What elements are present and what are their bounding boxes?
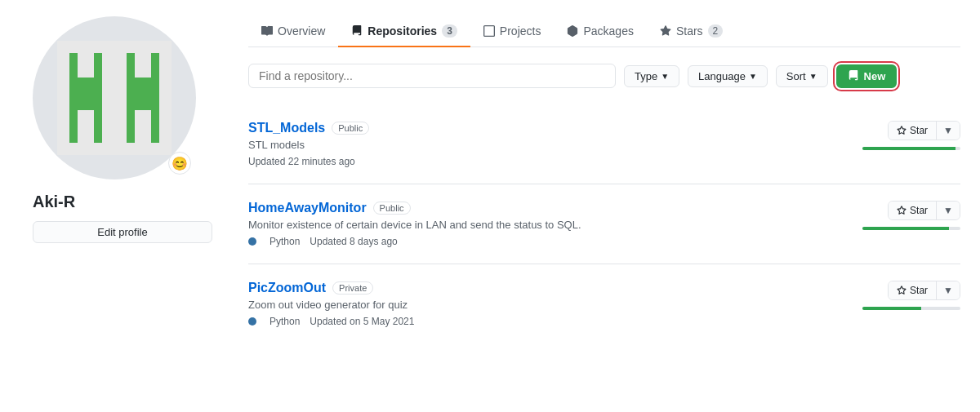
repository-list: STL_Models Public STL models Updated 22 … [248,104,960,343]
star-button-stl[interactable]: Star [889,122,937,140]
star-btn-group-stl: Star ▼ [888,121,960,140]
repo-actions-stl: Star ▼ [862,121,960,150]
star-label-pzo: Star [910,285,928,296]
star-outline-icon-pzo [897,286,906,295]
repo-info-pzo: PicZoomOut Private Zoom out video genera… [248,281,862,327]
type-filter-button[interactable]: Type ▼ [624,65,679,87]
lang-dot-pzo [248,317,256,326]
repo-name-row-ham: HomeAwayMonitor Public [248,201,862,215]
new-repo-icon [848,70,859,82]
star-btn-group-ham: Star ▼ [888,201,960,220]
tab-repositories[interactable]: Repositories 3 [338,16,470,47]
tab-overview-label: Overview [278,24,325,38]
repo-desc-ham: Monitor existence of certain device in L… [248,219,862,231]
edit-profile-button[interactable]: Edit profile [33,221,212,243]
progress-fill-pzo [862,307,921,310]
table-row: PicZoomOut Private Zoom out video genera… [248,264,960,343]
search-input[interactable] [248,64,616,88]
svg-rect-7 [78,110,94,143]
repo-badge-stl: Public [332,122,369,135]
repo-actions-pzo: Star ▼ [862,281,960,310]
svg-rect-6 [135,53,151,78]
project-icon [483,25,495,37]
filter-bar: Type ▼ Language ▼ Sort ▼ New [248,64,960,88]
language-label: Language [698,70,746,82]
new-repository-button[interactable]: New [836,64,898,88]
avatar-emoji: 😊 [168,152,191,175]
tab-packages[interactable]: Packages [554,16,646,47]
star-label-ham: Star [910,205,928,216]
tab-projects-label: Projects [500,24,541,38]
username: Aki-R [33,193,212,211]
star-dropdown-pzo[interactable]: ▼ [937,281,960,299]
tab-stars[interactable]: Stars 2 [647,16,736,47]
repo-meta-ham: Python Updated 8 days ago [248,236,862,247]
book-icon [261,25,273,37]
repo-updated-pzo: Updated on 5 May 2021 [310,316,414,327]
tab-overview[interactable]: Overview [248,16,338,47]
avatar-container: 😊 [33,16,196,179]
new-label: New [864,70,886,82]
tab-packages-label: Packages [583,24,633,38]
repo-lang-pzo: Python [270,316,300,327]
repo-desc-stl: STL models [248,139,862,151]
language-chevron-icon: ▼ [749,72,757,81]
star-icon [660,25,671,37]
sidebar: 😊 Aki-R Edit profile [0,16,229,396]
sort-filter-button[interactable]: Sort ▼ [776,65,828,87]
star-outline-icon-ham [897,206,906,215]
repo-meta-stl: Updated 22 minutes ago [248,156,862,167]
repo-updated-stl: Updated 22 minutes ago [248,156,355,167]
language-filter-button[interactable]: Language ▼ [688,65,768,87]
table-row: HomeAwayMonitor Public Monitor existence… [248,184,960,264]
progress-fill-stl [862,147,956,150]
type-chevron-icon: ▼ [661,72,669,81]
progress-bar-ham [862,227,960,230]
repo-name-pzo[interactable]: PicZoomOut [248,281,326,295]
repo-lang-ham: Python [270,236,300,247]
progress-fill-ham [862,227,949,230]
star-button-ham[interactable]: Star [889,202,937,219]
sort-label: Sort [786,70,806,82]
tab-stars-label: Stars [676,24,703,38]
repo-badge-ham: Public [373,202,411,215]
repo-desc-pzo: Zoom out video generator for quiz [248,299,862,311]
svg-rect-8 [135,110,151,143]
star-dropdown-ham[interactable]: ▼ [937,202,960,219]
star-btn-group-pzo: Star ▼ [888,281,960,300]
repo-updated-ham: Updated 8 days ago [310,236,397,247]
svg-rect-4 [102,86,127,110]
table-row: STL_Models Public STL models Updated 22 … [248,104,960,184]
tab-repositories-label: Repositories [368,24,437,38]
stars-badge: 2 [708,24,724,38]
repo-name-row-pzo: PicZoomOut Private [248,281,862,295]
repo-info-ham: HomeAwayMonitor Public Monitor existence… [248,201,862,247]
repo-info-stl: STL_Models Public STL models Updated 22 … [248,121,862,167]
repo-badge-pzo: Private [332,281,373,295]
type-label: Type [635,70,657,82]
avatar-graphic [57,41,172,155]
progress-bar-pzo [862,307,960,310]
tab-projects[interactable]: Projects [470,16,555,47]
lang-dot-ham [248,237,256,246]
repo-icon [351,25,363,37]
main-content: Overview Repositories 3 Projects Package… [229,16,980,396]
package-icon [567,25,578,37]
star-label-stl: Star [910,125,928,136]
repo-meta-pzo: Python Updated on 5 May 2021 [248,316,862,327]
sort-chevron-icon: ▼ [809,72,817,81]
progress-bar-stl [862,147,960,150]
nav-tabs: Overview Repositories 3 Projects Package… [248,16,960,47]
star-button-pzo[interactable]: Star [889,281,937,299]
star-outline-icon [897,126,906,135]
svg-rect-5 [78,53,94,78]
repo-name-row-stl: STL_Models Public [248,121,862,135]
repo-name-stl[interactable]: STL_Models [248,121,325,135]
star-dropdown-stl[interactable]: ▼ [937,122,960,140]
repo-actions-ham: Star ▼ [862,201,960,230]
repo-name-ham[interactable]: HomeAwayMonitor [248,201,367,215]
repositories-badge: 3 [442,24,457,38]
